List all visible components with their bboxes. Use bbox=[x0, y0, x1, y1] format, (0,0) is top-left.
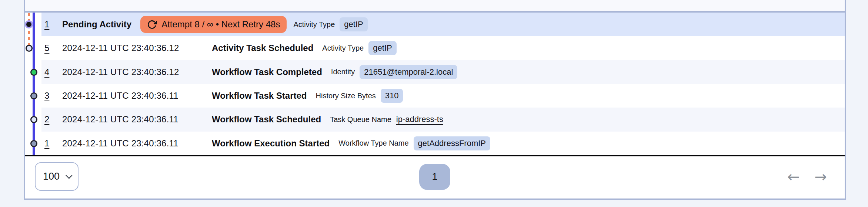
attribute-value-badge: getIP bbox=[368, 41, 396, 55]
attribute-label: Identity bbox=[331, 68, 355, 76]
event-id-link[interactable]: 4 bbox=[44, 67, 57, 77]
chevron-down-icon bbox=[66, 172, 72, 179]
event-id-link[interactable]: 2 bbox=[44, 114, 57, 125]
event-time: 2024-12-11 UTC 23:40:36.11 bbox=[62, 138, 203, 149]
retry-icon bbox=[147, 20, 157, 30]
timeline-line bbox=[33, 13, 35, 155]
marker-pending-activity bbox=[26, 22, 31, 27]
task-queue-link[interactable]: ip-address-ts bbox=[396, 115, 443, 124]
marker-event-5 bbox=[26, 45, 33, 52]
event-time: 2024-12-11 UTC 23:40:36.12 bbox=[62, 43, 203, 53]
page-size-select[interactable]: 100 bbox=[35, 162, 79, 191]
event-row-2[interactable]: 2 2024-12-11 UTC 23:40:36.11 Workflow Ta… bbox=[41, 108, 845, 131]
page-number-button[interactable]: 1 bbox=[419, 164, 450, 190]
pending-branch-dashed-line bbox=[28, 13, 30, 49]
event-name: Workflow Task Scheduled bbox=[212, 114, 321, 125]
event-name: Workflow Execution Started bbox=[212, 138, 330, 149]
attribute-value-badge: 310 bbox=[381, 89, 403, 103]
event-row-5[interactable]: 5 2024-12-11 UTC 23:40:36.12 Activity Ta… bbox=[41, 36, 845, 60]
event-id-link[interactable]: 3 bbox=[44, 91, 57, 101]
event-row-3[interactable]: 3 2024-12-11 UTC 23:40:36.11 Workflow Ta… bbox=[41, 84, 845, 108]
event-history-table: 1 Pending Activity Attempt 8 / ∞ • Next … bbox=[25, 13, 845, 155]
retry-attempt-text: Attempt 8 / ∞ • Next Retry 48s bbox=[161, 19, 280, 30]
workflow-history-panel: 1 Pending Activity Attempt 8 / ∞ • Next … bbox=[24, 0, 846, 200]
marker-event-2 bbox=[30, 116, 37, 123]
event-row-pending[interactable]: 1 Pending Activity Attempt 8 / ∞ • Next … bbox=[41, 13, 845, 36]
event-time: 2024-12-11 UTC 23:40:36.11 bbox=[62, 114, 203, 125]
event-id-link[interactable]: 1 bbox=[44, 138, 57, 149]
attribute-value-badge: 21651@temporal-2.local bbox=[360, 65, 457, 79]
event-name: Pending Activity bbox=[62, 19, 131, 30]
page-size-value: 100 bbox=[43, 171, 60, 182]
pagination-footer: 100 1 ← → bbox=[25, 156, 845, 197]
attribute-label: Activity Type bbox=[322, 44, 364, 52]
attribute-label: Task Queue Name bbox=[330, 115, 391, 124]
event-name: Workflow Task Started bbox=[212, 91, 307, 101]
event-row-4[interactable]: 4 2024-12-11 UTC 23:40:36.12 Workflow Ta… bbox=[41, 60, 845, 84]
panel-top-strip bbox=[25, 0, 845, 13]
attribute-value-badge: getIP bbox=[340, 17, 367, 31]
attribute-value-badge: getAddressFromIP bbox=[414, 136, 490, 150]
next-page-button[interactable]: → bbox=[814, 169, 827, 184]
previous-page-button[interactable]: ← bbox=[787, 169, 800, 184]
attribute-label: History Size Bytes bbox=[316, 92, 376, 100]
marker-event-4 bbox=[30, 69, 37, 76]
event-time: 2024-12-11 UTC 23:40:36.11 bbox=[62, 91, 203, 101]
event-id-link[interactable]: 5 bbox=[44, 43, 57, 53]
event-name: Activity Task Scheduled bbox=[212, 43, 313, 53]
event-time: 2024-12-11 UTC 23:40:36.12 bbox=[62, 67, 203, 77]
attribute-label: Activity Type bbox=[293, 20, 335, 29]
attribute-label: Workflow Type Name bbox=[338, 139, 408, 147]
event-id-link[interactable]: 1 bbox=[44, 19, 57, 30]
event-row-1[interactable]: 1 2024-12-11 UTC 23:40:36.11 Workflow Ex… bbox=[41, 132, 845, 155]
marker-event-3 bbox=[30, 92, 37, 99]
retry-attempt-badge: Attempt 8 / ∞ • Next Retry 48s bbox=[140, 16, 287, 33]
event-name: Workflow Task Completed bbox=[212, 67, 322, 77]
marker-event-1 bbox=[30, 140, 37, 147]
